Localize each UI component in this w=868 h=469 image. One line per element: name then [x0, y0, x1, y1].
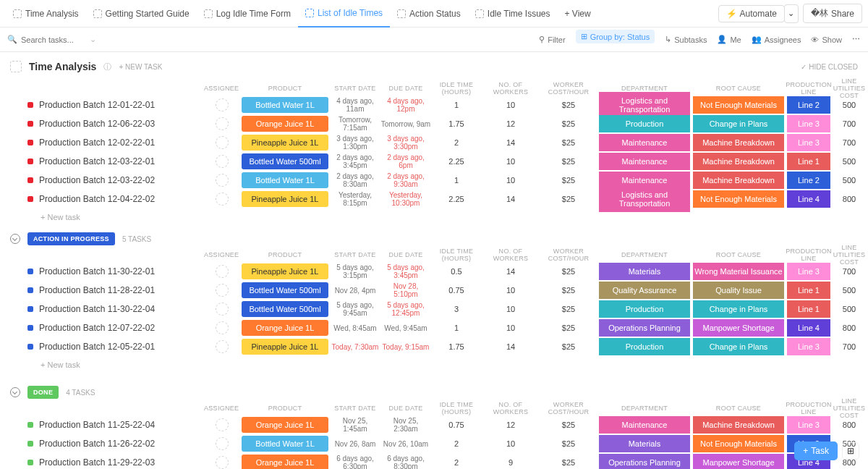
- filter-button[interactable]: ⚲Filter: [539, 35, 565, 44]
- assignee-cell[interactable]: [204, 303, 240, 316]
- line-cell[interactable]: Line 1: [786, 300, 832, 318]
- group-toggle[interactable]: [10, 387, 20, 397]
- task-row[interactable]: Production Batch 12-04-22-02 Pineapple J…: [0, 190, 868, 208]
- automate-caret[interactable]: ⌄: [784, 4, 799, 23]
- tab-action-status[interactable]: Action Status: [390, 0, 468, 28]
- root-cause-cell[interactable]: Not Enough Materials: [692, 96, 786, 114]
- line-cell[interactable]: Line 4: [786, 319, 832, 337]
- assignee-cell[interactable]: [204, 456, 240, 469]
- me-button[interactable]: 👤Me: [717, 35, 741, 44]
- task-row[interactable]: Production Batch 11-29-22-03 Orange Juic…: [0, 453, 868, 469]
- fab-task-button[interactable]: +Task: [794, 441, 838, 460]
- root-cause-cell[interactable]: Not Enough Materials: [692, 190, 786, 208]
- root-cause-cell[interactable]: Change in Plans: [692, 115, 786, 132]
- product-cell[interactable]: Orange Juice 1L: [240, 455, 330, 469]
- department-cell[interactable]: Production: [597, 115, 692, 132]
- fab-apps-button[interactable]: ⊞: [842, 442, 859, 460]
- root-cause-cell[interactable]: Manpower Shortage: [692, 319, 786, 337]
- department-cell[interactable]: Operations Planning: [597, 454, 692, 469]
- search-input[interactable]: 🔍⌄: [7, 35, 101, 44]
- assignee-cell[interactable]: [204, 321, 240, 334]
- department-cell[interactable]: Materials: [597, 435, 692, 452]
- product-cell[interactable]: Orange Juice 1L: [240, 417, 330, 433]
- assignee-cell[interactable]: [204, 155, 240, 168]
- task-row[interactable]: Production Batch 11-26-22-02 Bottled Wat…: [0, 434, 868, 453]
- task-row[interactable]: Production Batch 11-30-22-01 Pineapple J…: [0, 262, 868, 281]
- root-cause-cell[interactable]: Not Enough Materials: [692, 435, 786, 452]
- root-cause-cell[interactable]: Change in Plans: [692, 300, 786, 318]
- product-cell[interactable]: Bottled Water 500ml: [240, 282, 330, 298]
- product-cell[interactable]: Bottled Water 1L: [240, 436, 330, 452]
- group-by-button[interactable]: ⊞Group by: Status: [576, 30, 655, 43]
- new-task-row[interactable]: + New task: [0, 208, 868, 226]
- assignee-cell[interactable]: [204, 340, 240, 353]
- assignee-cell[interactable]: [204, 174, 240, 187]
- automate-button[interactable]: ⚡Automate: [718, 5, 785, 22]
- department-cell[interactable]: Maintenance: [597, 134, 692, 151]
- root-cause-cell[interactable]: Wrong Material Issuance: [692, 263, 786, 280]
- assignees-button[interactable]: 👥Assignees: [752, 35, 801, 44]
- task-row[interactable]: Production Batch 12-01-22-01 Bottled Wat…: [0, 96, 868, 114]
- department-cell[interactable]: Materials: [597, 263, 692, 280]
- tab-getting-started[interactable]: Getting Started Guide: [86, 0, 197, 28]
- task-row[interactable]: Production Batch 12-07-22-02 Orange Juic…: [0, 318, 868, 337]
- line-cell[interactable]: Line 3: [786, 115, 832, 132]
- tab-time-analysis[interactable]: Time Analysis: [6, 0, 86, 28]
- root-cause-cell[interactable]: Manpower Shortage: [692, 454, 786, 469]
- task-row[interactable]: Production Batch 12-03-22-01 Bottled Wat…: [0, 152, 868, 171]
- tab-list-idle[interactable]: List of Idle Times: [298, 0, 390, 28]
- subtasks-button[interactable]: ↳Subtasks: [665, 35, 707, 44]
- assignee-cell[interactable]: [204, 418, 240, 431]
- assignee-cell[interactable]: [204, 265, 240, 278]
- product-cell[interactable]: Orange Juice 1L: [240, 116, 330, 132]
- task-row[interactable]: Production Batch 11-30-22-04 Bottled Wat…: [0, 300, 868, 318]
- assignee-cell[interactable]: [204, 284, 240, 297]
- line-cell[interactable]: Line 3: [786, 416, 832, 434]
- product-cell[interactable]: Bottled Water 500ml: [240, 301, 330, 317]
- department-cell[interactable]: Operations Planning: [597, 319, 692, 337]
- line-cell[interactable]: Line 3: [786, 134, 832, 151]
- new-task-header[interactable]: + NEW TASK: [119, 63, 162, 71]
- tab-issues[interactable]: Idle Time Issues: [468, 0, 558, 28]
- root-cause-cell[interactable]: Machine Breakdown: [692, 134, 786, 151]
- tab-log-form[interactable]: Log Idle Time Form: [197, 0, 298, 28]
- line-cell[interactable]: Line 1: [786, 153, 832, 170]
- product-cell[interactable]: Pineapple Juice 1L: [240, 191, 330, 207]
- task-row[interactable]: Production Batch 12-06-22-03 Orange Juic…: [0, 114, 868, 133]
- hide-closed[interactable]: ✓ HIDE CLOSED: [801, 63, 858, 71]
- task-row[interactable]: Production Batch 11-25-22-04 Orange Juic…: [0, 415, 868, 434]
- product-cell[interactable]: Orange Juice 1L: [240, 320, 330, 336]
- group-label[interactable]: DONE: [27, 386, 59, 399]
- product-cell[interactable]: Pineapple Juice 1L: [240, 339, 330, 355]
- product-cell[interactable]: Bottled Water 1L: [240, 172, 330, 188]
- assignee-cell[interactable]: [204, 98, 240, 111]
- new-task-row[interactable]: + New task: [0, 356, 868, 373]
- add-view[interactable]: + View: [558, 0, 598, 28]
- department-cell[interactable]: Production: [597, 300, 692, 318]
- line-cell[interactable]: Line 3: [786, 338, 832, 355]
- more-menu[interactable]: ⋯: [852, 35, 861, 44]
- task-row[interactable]: Production Batch 12-02-22-01 Pineapple J…: [0, 133, 868, 152]
- task-row[interactable]: Production Batch 11-28-22-01 Bottled Wat…: [0, 281, 868, 300]
- line-cell[interactable]: Line 4: [786, 190, 832, 208]
- task-row[interactable]: Production Batch 12-03-22-02 Bottled Wat…: [0, 171, 868, 190]
- product-cell[interactable]: Bottled Water 500ml: [240, 153, 330, 169]
- department-cell[interactable]: Logistics and Transportation: [597, 92, 692, 118]
- department-cell[interactable]: Production: [597, 338, 692, 355]
- group-label[interactable]: ACTION IN PROGRESS: [27, 232, 115, 245]
- line-cell[interactable]: Line 1: [786, 282, 832, 299]
- assignee-cell[interactable]: [204, 437, 240, 450]
- product-cell[interactable]: Pineapple Juice 1L: [240, 263, 330, 279]
- task-row[interactable]: Production Batch 12-05-22-01 Pineapple J…: [0, 337, 868, 356]
- root-cause-cell[interactable]: Change in Plans: [692, 338, 786, 355]
- line-cell[interactable]: Line 2: [786, 172, 832, 189]
- root-cause-cell[interactable]: Machine Breakdown: [692, 172, 786, 189]
- department-cell[interactable]: Logistics and Transportation: [597, 186, 692, 212]
- group-toggle[interactable]: [10, 234, 20, 244]
- product-cell[interactable]: Pineapple Juice 1L: [240, 135, 330, 151]
- product-cell[interactable]: Bottled Water 1L: [240, 97, 330, 113]
- info-icon[interactable]: ⓘ: [103, 62, 111, 72]
- department-cell[interactable]: Quality Assurance: [597, 282, 692, 299]
- assignee-cell[interactable]: [204, 117, 240, 130]
- root-cause-cell[interactable]: Machine Breakdown: [692, 153, 786, 170]
